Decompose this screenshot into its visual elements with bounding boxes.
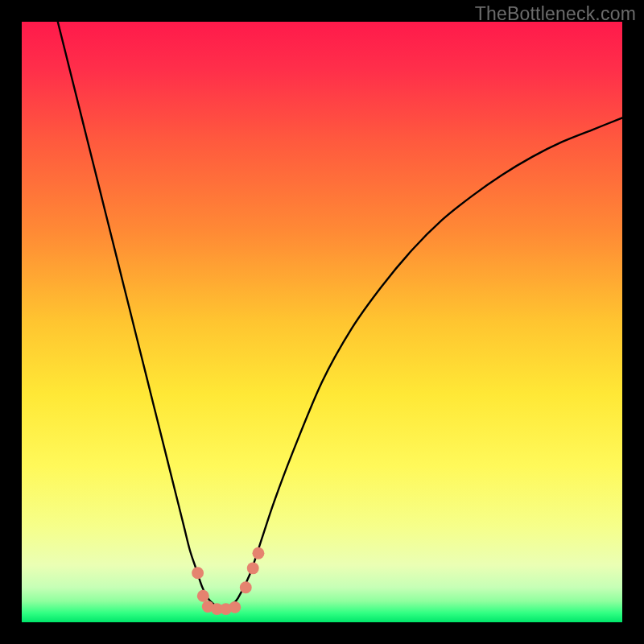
highlight-point <box>229 601 241 613</box>
highlight-point <box>197 590 209 602</box>
highlight-point <box>240 581 252 593</box>
outer-black-frame: TheBottleneck.com <box>0 0 644 644</box>
gradient-background <box>22 22 622 622</box>
highlight-point <box>192 567 204 579</box>
watermark-text: TheBottleneck.com <box>475 3 636 25</box>
highlight-point <box>252 547 264 559</box>
plot-area <box>22 22 622 622</box>
plot-svg <box>22 22 622 622</box>
highlight-point <box>247 562 259 574</box>
